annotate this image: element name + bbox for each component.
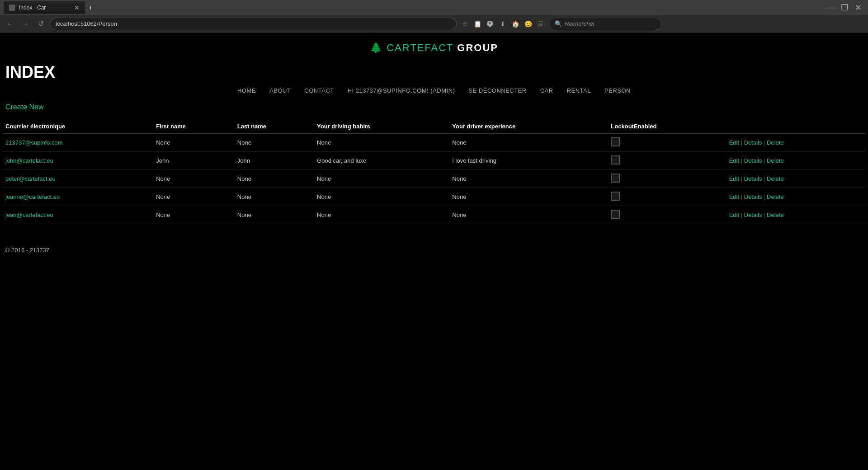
cell-lastname: John: [235, 152, 314, 170]
email-link-2[interactable]: peter@cartefact.eu: [5, 175, 56, 182]
lockout-checkbox-3[interactable]: [611, 192, 620, 201]
page-header: 🌲 CARTEFACT GROUP: [0, 33, 868, 58]
cell-firstname: John: [153, 152, 235, 170]
details-link-3[interactable]: Details: [744, 193, 762, 200]
browser-controls: ← → ↺ localhost:51062/Person ☆ 📋 🅟 ⬇ 🏠 😊…: [0, 15, 868, 33]
cell-firstname: None: [153, 206, 235, 224]
page-content: 🌲 CARTEFACT GROUP INDEX HOME ABOUT CONTA…: [0, 33, 868, 395]
address-text: localhost:51062/Person: [56, 20, 117, 27]
minimize-button[interactable]: —: [825, 1, 837, 14]
download-icon[interactable]: ⬇: [497, 19, 508, 29]
new-tab-button[interactable]: +: [89, 4, 92, 11]
email-link-1[interactable]: john@cartefact.eu: [5, 157, 53, 164]
brand: 🌲 CARTEFACT GROUP: [0, 42, 868, 54]
refresh-button[interactable]: ↺: [34, 18, 47, 30]
tab-close-button[interactable]: ✕: [74, 4, 80, 11]
maximize-button[interactable]: ❐: [838, 1, 851, 14]
email-link-4[interactable]: jean@cartefact.eu: [5, 212, 53, 218]
table-header: Courrier électronique First name Last na…: [3, 119, 865, 134]
cell-lastname: None: [235, 206, 314, 224]
table-row: jean@cartefact.eu None None None None Ed…: [3, 206, 865, 224]
cell-actions: Edit | Details | Delete: [726, 170, 865, 188]
cell-driving-habits: None: [314, 170, 449, 188]
col-firstname: First name: [153, 119, 235, 134]
cell-driver-experience: None: [449, 170, 608, 188]
email-link-3[interactable]: jeanne@cartefact.eu: [5, 193, 60, 200]
cell-actions: Edit | Details | Delete: [726, 206, 865, 224]
nav-about[interactable]: ABOUT: [269, 87, 291, 94]
tab-favicon: [9, 5, 15, 11]
action-links-2: Edit | Details | Delete: [729, 175, 784, 182]
col-email: Courrier électronique: [3, 119, 153, 134]
cell-email: jeanne@cartefact.eu: [3, 188, 153, 206]
col-lastname: Last name: [235, 119, 314, 134]
footer: © 2016 - 213737: [3, 233, 865, 267]
nav-car[interactable]: CAR: [540, 87, 553, 94]
edit-link-1[interactable]: Edit: [729, 157, 739, 164]
nav-rental[interactable]: RENTAL: [567, 87, 591, 94]
browser-chrome: Index - Car ✕ + — ❐ ✕ ← → ↺ localhost:51…: [0, 0, 868, 33]
browser-icons: ☆ 📋 🅟 ⬇ 🏠 😊 ☰: [459, 19, 546, 29]
nav-home[interactable]: HOME: [237, 87, 256, 94]
nav-user[interactable]: HI 213737@SUPINFO.COM! (ADMIN): [348, 87, 455, 94]
action-links-3: Edit | Details | Delete: [729, 193, 784, 200]
edit-link-2[interactable]: Edit: [729, 175, 739, 182]
cell-driver-experience: None: [449, 206, 608, 224]
forward-button[interactable]: →: [19, 18, 32, 30]
details-link-4[interactable]: Details: [744, 212, 762, 218]
pocket-icon[interactable]: 🅟: [485, 19, 495, 29]
back-button[interactable]: ←: [4, 18, 16, 30]
search-bar[interactable]: 🔍 Rechercher: [549, 18, 662, 30]
lockout-checkbox-0[interactable]: [611, 137, 620, 146]
details-link-2[interactable]: Details: [744, 175, 762, 182]
avatar-icon[interactable]: 😊: [523, 19, 533, 29]
delete-link-4[interactable]: Delete: [767, 212, 784, 218]
lockout-checkbox-2[interactable]: [611, 174, 620, 183]
table-row: john@cartefact.eu John John Good car, an…: [3, 152, 865, 170]
table-row: jeanne@cartefact.eu None None None None …: [3, 188, 865, 206]
cell-lockout: [608, 134, 726, 152]
cell-driving-habits: None: [314, 134, 449, 152]
cell-email: 213737@supinfo.com: [3, 134, 153, 152]
email-link-0[interactable]: 213737@supinfo.com: [5, 139, 63, 146]
cell-firstname: None: [153, 170, 235, 188]
close-button[interactable]: ✕: [852, 1, 864, 14]
action-links-4: Edit | Details | Delete: [729, 212, 784, 218]
lockout-checkbox-1[interactable]: [611, 155, 620, 164]
cell-driving-habits: None: [314, 206, 449, 224]
edit-link-4[interactable]: Edit: [729, 212, 739, 218]
nav-person[interactable]: PERSON: [604, 87, 631, 94]
delete-link-3[interactable]: Delete: [767, 193, 784, 200]
cell-driving-habits: None: [314, 188, 449, 206]
browser-titlebar: Index - Car ✕ + — ❐ ✕: [0, 0, 868, 15]
nav-logout[interactable]: SE DÉCONNECTER: [468, 87, 526, 94]
table-row: 213737@supinfo.com None None None None E…: [3, 134, 865, 152]
nav-contact[interactable]: CONTACT: [304, 87, 334, 94]
cell-lastname: None: [235, 170, 314, 188]
delete-link-0[interactable]: Delete: [767, 139, 784, 146]
cell-lastname: None: [235, 188, 314, 206]
cell-lastname: None: [235, 134, 314, 152]
delete-link-2[interactable]: Delete: [767, 175, 784, 182]
menu-icon[interactable]: ☰: [535, 19, 546, 29]
tab-title: Index - Car: [19, 5, 46, 11]
search-icon: 🔍: [555, 20, 562, 27]
col-lockout: LockoutEnabled: [608, 119, 726, 134]
browser-tab[interactable]: Index - Car ✕: [4, 1, 85, 14]
search-placeholder: Rechercher: [565, 20, 595, 27]
persons-table: Courrier électronique First name Last na…: [3, 119, 865, 224]
lockout-checkbox-4[interactable]: [611, 210, 620, 219]
cell-actions: Edit | Details | Delete: [726, 134, 865, 152]
details-link-1[interactable]: Details: [744, 157, 762, 164]
address-bar[interactable]: localhost:51062/Person: [50, 18, 457, 30]
cell-email: jean@cartefact.eu: [3, 206, 153, 224]
cell-driving-habits: Good car, and luxe: [314, 152, 449, 170]
details-link-0[interactable]: Details: [744, 139, 762, 146]
home-icon[interactable]: 🏠: [510, 19, 521, 29]
bookmark-star-icon[interactable]: ☆: [459, 19, 470, 29]
delete-link-1[interactable]: Delete: [767, 157, 784, 164]
create-new-link[interactable]: Create New: [3, 99, 46, 115]
edit-link-0[interactable]: Edit: [729, 139, 739, 146]
edit-link-3[interactable]: Edit: [729, 193, 739, 200]
reading-list-icon[interactable]: 📋: [472, 19, 483, 29]
